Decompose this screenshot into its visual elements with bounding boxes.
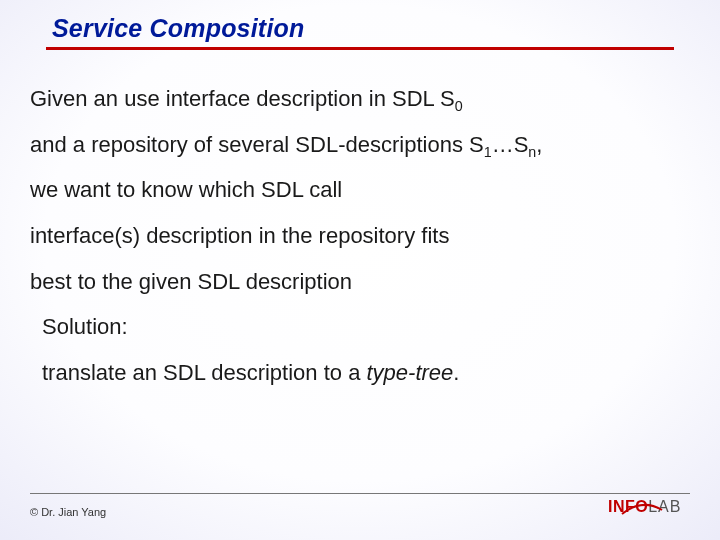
- title-area: Service Composition: [0, 0, 720, 43]
- line-5: best to the given SDL description: [30, 267, 690, 297]
- text: and a repository of several SDL-descript…: [30, 132, 484, 157]
- logo-swoosh-icon: [620, 502, 664, 518]
- text: translate an SDL description to a: [42, 360, 366, 385]
- footer-rule: [30, 493, 690, 494]
- body-text: Given an use interface description in SD…: [0, 50, 720, 388]
- line-4: interface(s) description in the reposito…: [30, 221, 690, 251]
- line-2: and a repository of several SDL-descript…: [30, 130, 690, 160]
- solution-label: Solution:: [42, 312, 690, 342]
- comma: ,: [536, 132, 542, 157]
- subscript-1: 1: [484, 144, 492, 160]
- solution-text: translate an SDL description to a type-t…: [42, 358, 690, 388]
- line-3: we want to know which SDL call: [30, 175, 690, 205]
- copyright: © Dr. Jian Yang: [30, 506, 106, 518]
- subscript-0: 0: [455, 98, 463, 114]
- ellipsis: …S: [492, 132, 529, 157]
- infolab-logo: INFOLAB: [608, 498, 692, 522]
- line-1: Given an use interface description in SD…: [30, 84, 690, 114]
- slide: Service Composition Given an use interfa…: [0, 0, 720, 540]
- solution-block: Solution: translate an SDL description t…: [30, 312, 690, 387]
- slide-title: Service Composition: [52, 14, 720, 43]
- type-tree-em: type-tree: [366, 360, 453, 385]
- text: Given an use interface description in SD…: [30, 86, 455, 111]
- period: .: [453, 360, 459, 385]
